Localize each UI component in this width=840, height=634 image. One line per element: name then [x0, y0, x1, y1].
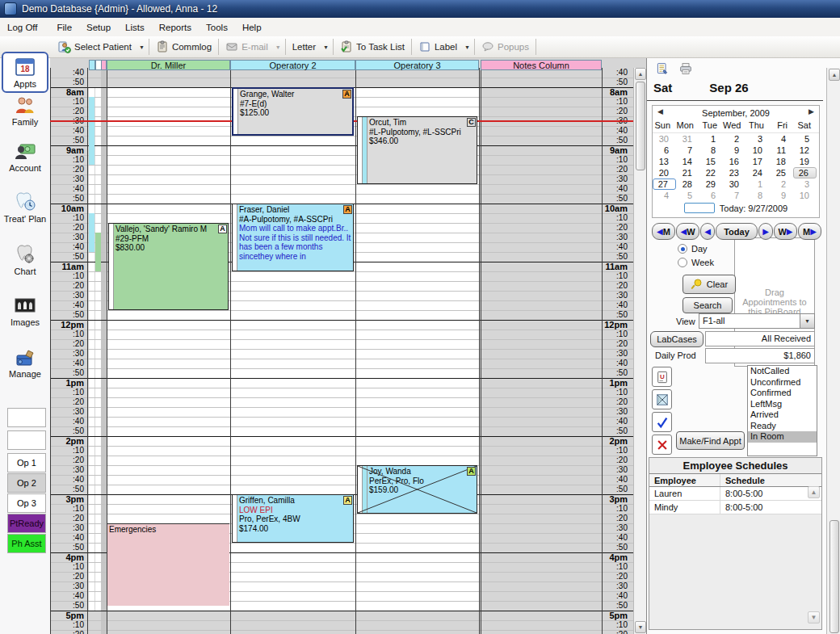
pinboard-dropzone[interactable]: Drag Appointments to this PinBoard — [734, 237, 815, 367]
calendar-day[interactable]: 21 — [676, 167, 699, 178]
sidebar-module-chart[interactable]: Chart — [0, 243, 50, 285]
commlog-button[interactable]: Commlog — [151, 37, 216, 57]
sidebar-module-appts[interactable]: 18Appts — [2, 52, 48, 93]
confirm-check-button[interactable] — [652, 412, 672, 432]
calendar-day[interactable]: 17 — [746, 156, 770, 167]
menu-item-tools[interactable]: Tools — [199, 20, 235, 35]
appointment-griffen[interactable]: Griffen, CamillaLOW EPIPro, PerEx, 4BW$1… — [232, 494, 354, 543]
week-radio-icon[interactable] — [678, 258, 687, 267]
sidebar-op-op-3[interactable]: Op 3 — [7, 493, 46, 513]
calendar-day[interactable]: 25 — [770, 167, 793, 178]
column-header-dr-miller[interactable]: Dr. Miller — [107, 60, 230, 70]
calendar-day[interactable]: 2 — [770, 178, 793, 190]
delete-x-button[interactable] — [652, 435, 672, 455]
back-month-button[interactable]: ◀M — [652, 223, 675, 240]
status-item-leftmsg[interactable]: LeftMsg — [748, 399, 817, 410]
calendar-day[interactable]: 4 — [653, 190, 676, 201]
make-find-appt-button[interactable]: Make/Find Appt — [676, 431, 745, 450]
calendar-day[interactable]: 18 — [770, 156, 793, 167]
view-combobox[interactable]: F1-all ▼ — [699, 313, 815, 329]
calendar-day[interactable]: 11 — [770, 145, 793, 156]
break-appointment-button[interactable] — [652, 389, 672, 409]
status-item-arrived[interactable]: Arrived — [748, 409, 817, 421]
today-button[interactable]: Today — [716, 223, 758, 240]
sidebar-module-family[interactable]: Family — [0, 94, 50, 136]
letter-button[interactable]: Letter — [288, 37, 321, 57]
appointment-grange[interactable]: Grange, Walter#7-E(d)$125.00A — [232, 87, 354, 136]
sidebar-module-manage[interactable]: Manage — [0, 346, 50, 388]
calendar-day[interactable]: 24 — [746, 167, 770, 178]
column-header-notes-column[interactable]: Notes Column — [481, 60, 602, 70]
calendar-day[interactable]: 23 — [723, 167, 746, 178]
print-button[interactable] — [675, 59, 696, 78]
menu-item-file[interactable]: File — [50, 20, 80, 35]
calendar-day[interactable]: 14 — [676, 156, 699, 167]
scrollbar-thumb[interactable] — [636, 82, 645, 170]
calendar-day[interactable]: 10 — [746, 145, 770, 156]
scroll-up-icon[interactable]: ▲ — [808, 486, 820, 498]
unscheduled-list-button[interactable]: U — [652, 367, 672, 387]
search-button[interactable]: Search — [682, 297, 733, 313]
column-header-operatory-3[interactable]: Operatory 3 — [355, 60, 479, 70]
calendar-day[interactable]: 29 — [699, 178, 723, 190]
forward-day-button[interactable]: ▶ — [758, 223, 773, 240]
calendar-selected-day[interactable]: 26 — [793, 167, 817, 178]
day-radio-icon[interactable] — [678, 244, 687, 254]
sidebar-op-ph-asst[interactable]: Ph Asst — [7, 534, 46, 553]
next-month-icon[interactable]: ▶ — [805, 107, 817, 115]
chevron-down-icon[interactable]: ▼ — [321, 43, 331, 52]
scroll-down-icon[interactable]: ▼ — [635, 621, 646, 633]
clear-button[interactable]: Clear — [682, 275, 736, 294]
employee-schedule-row[interactable]: Lauren8:00-5:00 — [649, 487, 821, 501]
calendar-day[interactable]: 15 — [699, 156, 723, 167]
day-view-radio[interactable]: Day — [678, 244, 708, 254]
confirmation-status-list[interactable]: NotCalledUnconfirmedConfirmedLeftMsgArri… — [747, 365, 817, 456]
calendar-today-day[interactable]: 27 — [653, 178, 676, 190]
scroll-down-icon[interactable]: ▼ — [808, 611, 820, 624]
scroll-up-icon[interactable]: ▲ — [829, 69, 840, 81]
sidebar-module-treatplan[interactable]: Treat' Plan — [0, 191, 50, 233]
calendar-day[interactable]: 28 — [676, 178, 699, 190]
calendar-day[interactable]: 7 — [676, 145, 699, 156]
calendar-day[interactable]: 3 — [793, 178, 817, 190]
label-button[interactable]: Label — [414, 37, 462, 57]
chevron-down-icon[interactable]: ▼ — [462, 43, 472, 52]
chevron-down-icon[interactable]: ▼ — [800, 314, 814, 328]
sidebar-op-empty[interactable] — [7, 408, 46, 427]
calendar-day[interactable]: 16 — [723, 156, 746, 167]
status-item-in room[interactable]: In Room — [748, 431, 817, 443]
calendar-day[interactable]: 12 — [793, 145, 817, 156]
calendar-day[interactable]: 20 — [653, 167, 676, 178]
calendar-day[interactable]: 8 — [746, 190, 770, 201]
sidebar-module-account[interactable]: Account — [0, 140, 50, 182]
status-item-ready[interactable]: Ready — [748, 421, 817, 432]
forward-month-button[interactable]: M▶ — [798, 223, 821, 240]
menu-item-help[interactable]: Help — [235, 20, 269, 35]
appointment-vallejo[interactable]: Vallejo, 'Sandy' Ramiro M#29-PFM$830.00A — [108, 223, 229, 310]
calendar-day[interactable]: 10 — [793, 190, 817, 201]
calendar-day[interactable]: 31 — [676, 133, 699, 145]
employee-schedule-row[interactable]: Mindy8:00-5:00 — [649, 501, 821, 514]
menu-item-reports[interactable]: Reports — [152, 20, 199, 35]
sidebar-op-op-1[interactable]: Op 1 — [7, 453, 46, 472]
scrollbar-thumb[interactable] — [830, 520, 839, 633]
calendar-day[interactable]: 5 — [793, 133, 817, 145]
sidebar-op-empty[interactable] — [7, 430, 46, 450]
status-item-notcalled[interactable]: NotCalled — [748, 366, 817, 377]
sidebar-op-ptready[interactable]: PtReady — [7, 514, 46, 533]
sidebar-module-images[interactable]: Images — [0, 294, 50, 336]
today-outline-box[interactable] — [684, 203, 715, 213]
appointment-fraser[interactable]: Fraser, Daniel#A-Pulpotomy, #A-SSCPriMom… — [232, 204, 354, 271]
calendar-day[interactable]: 9 — [723, 145, 746, 156]
chevron-down-icon[interactable]: ▼ — [136, 43, 147, 52]
week-view-radio[interactable]: Week — [678, 258, 714, 267]
calendar-day[interactable]: 1 — [699, 133, 723, 145]
appointment-emergencies[interactable]: Emergencies — [107, 523, 229, 606]
appointment-list-button[interactable] — [652, 59, 673, 78]
calendar-day[interactable]: 6 — [653, 145, 676, 156]
calendar-day[interactable]: 22 — [699, 167, 723, 178]
calendar-day[interactable]: 2 — [723, 133, 746, 145]
to-task-list-button[interactable]: To Task List — [335, 37, 410, 57]
appointment-orcut[interactable]: Orcut, Tim#L-Pulpotomy, #L-SSCPri$346.00… — [357, 116, 477, 184]
prev-month-icon[interactable]: ◀ — [654, 107, 666, 115]
